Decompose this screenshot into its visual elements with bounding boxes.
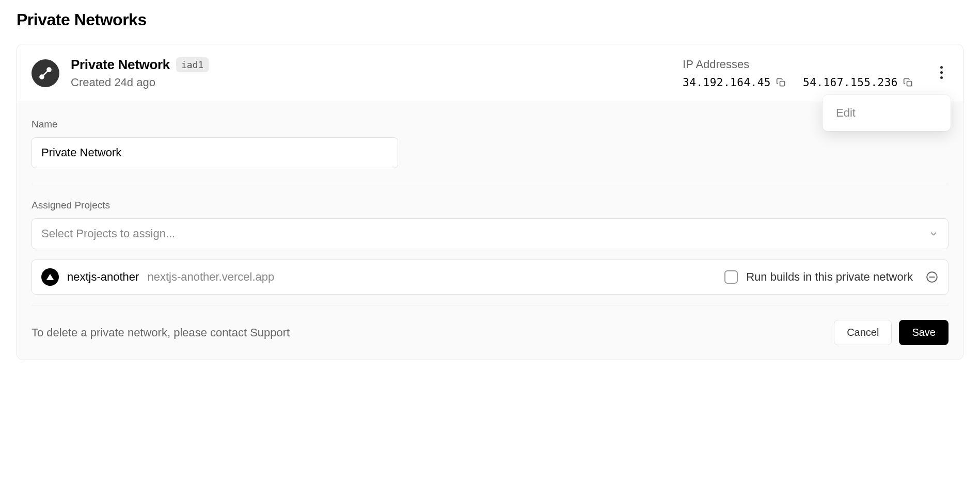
svg-rect-3 — [780, 81, 784, 86]
chevron-down-icon — [928, 229, 939, 239]
name-label: Name — [31, 119, 949, 130]
ip-value-1: 54.167.155.236 — [803, 76, 898, 89]
header-right: IP Addresses 34.192.164.45 54.167.155.23… — [683, 58, 949, 89]
region-badge: iad1 — [176, 57, 209, 72]
created-text: Created 24d ago — [71, 76, 209, 89]
name-input[interactable] — [31, 137, 398, 168]
dropdown-item-edit[interactable]: Edit — [823, 99, 951, 127]
select-placeholder: Select Projects to assign... — [41, 227, 175, 240]
assigned-projects-label: Assigned Projects — [31, 200, 949, 211]
card-header: Private Network iad1 Created 24d ago IP … — [17, 44, 963, 102]
save-button[interactable]: Save — [899, 320, 949, 345]
dropdown-menu: Edit — [823, 95, 951, 131]
remove-project-icon[interactable] — [925, 270, 939, 284]
page-title: Private Networks — [17, 10, 963, 29]
ip-block: IP Addresses 34.192.164.45 54.167.155.23… — [683, 58, 913, 89]
svg-rect-4 — [907, 81, 912, 86]
divider — [31, 184, 949, 184]
network-title: Private Network — [71, 57, 170, 73]
cancel-button[interactable]: Cancel — [834, 320, 892, 345]
copy-icon[interactable] — [903, 77, 913, 88]
network-card: Private Network iad1 Created 24d ago IP … — [17, 44, 963, 360]
svg-line-2 — [43, 71, 48, 75]
project-domain: nextjs-another.vercel.app — [147, 270, 274, 284]
header-left: Private Network iad1 Created 24d ago — [71, 57, 209, 89]
footer: To delete a private network, please cont… — [31, 305, 949, 360]
delete-note: To delete a private network, please cont… — [31, 326, 290, 339]
more-menu-button[interactable] — [934, 61, 949, 84]
ip-row: 34.192.164.45 54.167.155.236 — [683, 76, 913, 89]
vercel-logo-icon — [41, 268, 59, 286]
copy-icon[interactable] — [776, 77, 786, 88]
card-body: Name Assigned Projects Select Projects t… — [17, 102, 963, 360]
run-builds-checkbox[interactable] — [724, 270, 738, 284]
project-select[interactable]: Select Projects to assign... — [31, 218, 949, 249]
ip-value-0: 34.192.164.45 — [683, 76, 771, 89]
project-row: nextjs-another nextjs-another.vercel.app… — [31, 260, 949, 295]
ip-label: IP Addresses — [683, 58, 913, 71]
project-name: nextjs-another — [67, 270, 139, 284]
run-builds-label: Run builds in this private network — [746, 270, 913, 284]
network-icon — [31, 59, 59, 87]
